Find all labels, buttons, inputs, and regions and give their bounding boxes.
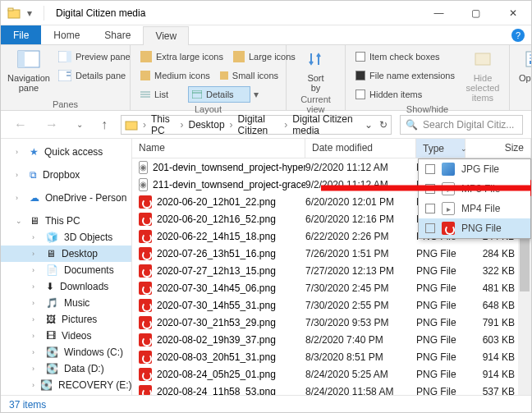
nav-quick-access[interactable]: ›★Quick access: [1, 144, 131, 160]
nav-music[interactable]: ›🎵Music: [1, 295, 131, 311]
filter-mp3[interactable]: ♪MP3 File: [419, 179, 530, 199]
png-icon: [139, 195, 152, 209]
folder-icon: [7, 7, 21, 20]
png-icon: [139, 316, 152, 329]
ribbon-tabs: File Home Share View ?: [1, 25, 531, 45]
nav-documents[interactable]: ›📄Documents: [1, 262, 131, 278]
png-file-icon: [442, 222, 455, 235]
address-bar: ← → ⌄ ↑ › This PC› Desktop› Digital Citi…: [1, 111, 531, 139]
tab-view[interactable]: View: [143, 26, 189, 45]
table-row[interactable]: 2020-08-24_11h58_53.png8/24/2020 11:58 A…: [132, 383, 531, 395]
table-row[interactable]: 2020-07-26_13h51_16.png7/26/2020 1:51 PM…: [132, 245, 531, 262]
png-icon: [139, 333, 152, 346]
nav-d-drive[interactable]: ›💽Data (D:): [1, 360, 131, 377]
table-row[interactable]: 2020-08-02_19h39_37.png8/2/2020 7:40 PMP…: [132, 331, 531, 348]
group-label-panes: Panes: [7, 98, 123, 109]
svg-rect-19: [526, 52, 532, 67]
sort-by-button[interactable]: Sort by: [293, 48, 338, 93]
layout-medium[interactable]: Medium icons: [137, 67, 213, 84]
hide-selected-button[interactable]: Hide selected items: [463, 48, 502, 103]
refresh-icon[interactable]: ↻: [379, 119, 388, 131]
table-row[interactable]: 2020-08-03_20h51_31.png8/3/2020 8:51 PMP…: [132, 348, 531, 365]
jpg-file-icon: [442, 163, 455, 176]
tab-share[interactable]: Share: [92, 25, 143, 44]
nav-this-pc[interactable]: ⌄🖥This PC: [1, 213, 131, 229]
svg-rect-3: [18, 51, 25, 67]
filter-jpg[interactable]: JPG File: [419, 159, 530, 179]
layout-extra-large[interactable]: Extra large icons: [137, 48, 227, 65]
svg-rect-8: [66, 75, 71, 76]
nav-pictures[interactable]: ›🖼Pictures: [1, 311, 131, 328]
png-icon: [139, 299, 152, 312]
png-icon: [139, 282, 152, 295]
png-icon: [139, 264, 152, 278]
minimize-button[interactable]: —: [420, 1, 457, 25]
layout-small[interactable]: Small icons: [217, 67, 282, 84]
hidden-items[interactable]: Hidden items: [352, 86, 458, 103]
svg-rect-18: [475, 53, 490, 65]
nav-downloads[interactable]: ›⬇Downloads: [1, 278, 131, 295]
filter-png[interactable]: PNG File: [419, 218, 530, 238]
tab-home[interactable]: Home: [41, 25, 92, 44]
details-pane-button[interactable]: Details pane: [55, 67, 134, 84]
svg-rect-9: [140, 51, 152, 62]
svg-rect-21: [126, 122, 137, 130]
options-button[interactable]: Options: [516, 48, 532, 83]
col-type[interactable]: Type⌄: [416, 139, 466, 158]
navigation-pane-button[interactable]: Navigation pane: [7, 48, 50, 93]
item-count: 37 items: [9, 399, 46, 411]
nav-desktop[interactable]: ›🖥Desktop: [1, 246, 131, 262]
qat-overflow-icon[interactable]: ▾: [27, 7, 32, 19]
item-check-boxes[interactable]: Item check boxes: [352, 48, 458, 65]
audio-icon: ◉: [139, 178, 148, 191]
col-size[interactable]: Size: [466, 139, 531, 158]
search-placeholder: Search Digital Citiz...: [423, 119, 514, 131]
group-label-showhide: Show/hide: [352, 103, 502, 114]
mp3-file-icon: ♪: [442, 182, 455, 195]
file-name-extensions[interactable]: File name extensions: [352, 67, 458, 84]
table-row[interactable]: 2020-08-24_05h25_01.png8/24/2020 5:25 AM…: [132, 365, 531, 383]
file-list: Name Date modified Type⌄ Size JPG File ♪…: [132, 139, 531, 395]
layout-details[interactable]: Details: [188, 86, 250, 103]
preview-pane-button[interactable]: Preview pane: [55, 48, 134, 65]
close-button[interactable]: ✕: [494, 1, 531, 25]
forward-button[interactable]: →: [40, 117, 63, 132]
nav-videos[interactable]: ›🎞Videos: [1, 328, 131, 344]
svg-rect-1: [8, 8, 13, 11]
folder-icon: [125, 118, 138, 131]
status-bar: 37 items: [1, 395, 531, 413]
group-label-currentview: Current view: [293, 93, 338, 114]
col-name[interactable]: Name: [132, 139, 305, 158]
png-icon: [139, 247, 152, 260]
search-input[interactable]: 🔍 Search Digital Citiz...: [400, 115, 523, 135]
tab-file[interactable]: File: [1, 25, 41, 44]
table-row[interactable]: 2020-07-27_12h13_15.png7/27/2020 12:13 P…: [132, 262, 531, 279]
nav-onedrive[interactable]: ›☁OneDrive - Person: [1, 190, 131, 206]
nav-3d-objects[interactable]: ›🧊3D Objects: [1, 229, 131, 246]
nav-c-drive[interactable]: ›💽Windows (C:): [1, 344, 131, 360]
table-row[interactable]: 2020-07-30_14h45_06.png7/30/2020 2:45 PM…: [132, 279, 531, 296]
navigation-pane: ›★Quick access ›⧉Dropbox ›☁OneDrive - Pe…: [1, 139, 132, 395]
audio-icon: ◉: [139, 161, 148, 174]
search-icon: 🔍: [406, 119, 418, 131]
svg-rect-7: [66, 71, 71, 73]
nav-dropbox[interactable]: ›⧉Dropbox: [1, 167, 131, 183]
png-icon: [139, 230, 152, 243]
up-button[interactable]: ↑: [96, 117, 112, 132]
back-button[interactable]: ←: [9, 117, 32, 132]
col-date[interactable]: Date modified: [305, 139, 416, 158]
breadcrumb[interactable]: › This PC› Desktop› Digital Citizen› Dig…: [121, 115, 392, 135]
layout-overflow-icon[interactable]: ▾: [254, 89, 259, 100]
filter-mp4[interactable]: ▸MP4 File: [419, 199, 530, 218]
recent-dropdown[interactable]: ⌄: [71, 120, 88, 129]
png-icon: [139, 351, 152, 364]
nav-e-drive[interactable]: ›💽RECOVERY (E:): [1, 377, 131, 393]
window-title: Digital Citizen media: [49, 7, 420, 19]
table-row[interactable]: 2020-07-30_14h55_31.png7/30/2020 2:55 PM…: [132, 296, 531, 314]
maximize-button[interactable]: ▢: [457, 1, 494, 25]
help-icon[interactable]: ?: [511, 29, 525, 42]
table-row[interactable]: 2020-07-30_21h53_29.png7/30/2020 9:53 PM…: [132, 314, 531, 331]
addr-dropdown-icon[interactable]: ⌄: [365, 119, 373, 131]
layout-list[interactable]: List: [137, 86, 185, 103]
ribbon: Navigation pane Preview pane Details pan…: [1, 45, 531, 111]
